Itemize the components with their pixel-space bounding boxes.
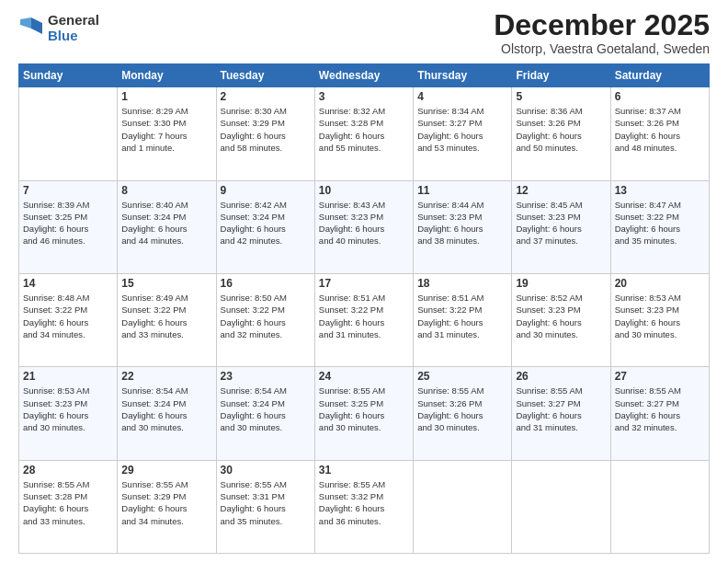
day-number: 5 <box>516 90 606 103</box>
week-row-4: 28Sunrise: 8:55 AMSunset: 3:28 PMDayligh… <box>19 460 710 553</box>
calendar-cell: 28Sunrise: 8:55 AMSunset: 3:28 PMDayligh… <box>19 460 118 553</box>
calendar-cell <box>610 460 709 553</box>
day-number: 17 <box>319 277 409 290</box>
day-number: 2 <box>221 90 311 103</box>
day-of-week-monday: Monday <box>118 64 216 87</box>
day-of-week-thursday: Thursday <box>414 64 512 87</box>
calendar-cell: 20Sunrise: 8:53 AMSunset: 3:23 PMDayligh… <box>610 273 709 366</box>
day-number: 3 <box>319 90 409 103</box>
calendar-cell: 5Sunrise: 8:36 AMSunset: 3:26 PMDaylight… <box>512 87 610 180</box>
day-info: Sunrise: 8:49 AMSunset: 3:22 PMDaylight:… <box>121 292 211 340</box>
calendar-cell: 21Sunrise: 8:53 AMSunset: 3:23 PMDayligh… <box>19 367 118 460</box>
day-info: Sunrise: 8:50 AMSunset: 3:22 PMDaylight:… <box>221 292 311 340</box>
day-number: 24 <box>319 370 409 383</box>
day-number: 10 <box>319 184 409 197</box>
location: Olstorp, Vaestra Goetaland, Sweden <box>494 41 710 56</box>
calendar-cell <box>414 460 512 553</box>
calendar-cell: 22Sunrise: 8:54 AMSunset: 3:24 PMDayligh… <box>118 367 216 460</box>
day-info: Sunrise: 8:43 AMSunset: 3:23 PMDaylight:… <box>319 199 409 247</box>
day-info: Sunrise: 8:55 AMSunset: 3:27 PMDaylight:… <box>615 385 705 433</box>
day-number: 21 <box>23 370 113 383</box>
day-info: Sunrise: 8:55 AMSunset: 3:28 PMDaylight:… <box>23 478 113 527</box>
day-number: 7 <box>23 184 113 197</box>
calendar-cell: 11Sunrise: 8:44 AMSunset: 3:23 PMDayligh… <box>414 180 512 273</box>
title-block: December 2025 Olstorp, Vaestra Goetaland… <box>494 9 710 56</box>
calendar-cell: 4Sunrise: 8:34 AMSunset: 3:27 PMDaylight… <box>414 87 512 180</box>
calendar-cell: 31Sunrise: 8:55 AMSunset: 3:32 PMDayligh… <box>314 460 413 553</box>
calendar-cell: 10Sunrise: 8:43 AMSunset: 3:23 PMDayligh… <box>314 180 413 273</box>
day-info: Sunrise: 8:29 AMSunset: 3:30 PMDaylight:… <box>121 105 211 154</box>
day-info: Sunrise: 8:51 AMSunset: 3:22 PMDaylight:… <box>319 292 409 340</box>
calendar-cell: 16Sunrise: 8:50 AMSunset: 3:22 PMDayligh… <box>216 273 314 366</box>
logo-blue: Blue <box>48 29 99 44</box>
day-of-week-friday: Friday <box>512 64 610 87</box>
calendar-cell: 27Sunrise: 8:55 AMSunset: 3:27 PMDayligh… <box>610 367 709 460</box>
day-info: Sunrise: 8:42 AMSunset: 3:24 PMDaylight:… <box>221 199 311 247</box>
day-number: 30 <box>221 464 311 477</box>
week-row-1: 7Sunrise: 8:39 AMSunset: 3:25 PMDaylight… <box>19 180 710 273</box>
calendar-cell: 2Sunrise: 8:30 AMSunset: 3:29 PMDaylight… <box>216 87 314 180</box>
day-info: Sunrise: 8:55 AMSunset: 3:31 PMDaylight:… <box>221 478 311 527</box>
day-number: 16 <box>221 277 311 290</box>
header: General Blue December 2025 Olstorp, Vaes… <box>18 9 710 56</box>
day-info: Sunrise: 8:54 AMSunset: 3:24 PMDaylight:… <box>121 385 211 433</box>
day-number: 27 <box>615 370 705 383</box>
day-info: Sunrise: 8:55 AMSunset: 3:27 PMDaylight:… <box>516 385 606 433</box>
day-of-week-wednesday: Wednesday <box>314 64 413 87</box>
day-info: Sunrise: 8:48 AMSunset: 3:22 PMDaylight:… <box>23 292 113 340</box>
week-row-3: 21Sunrise: 8:53 AMSunset: 3:23 PMDayligh… <box>19 367 710 460</box>
day-info: Sunrise: 8:47 AMSunset: 3:22 PMDaylight:… <box>615 199 705 247</box>
calendar-cell: 8Sunrise: 8:40 AMSunset: 3:24 PMDaylight… <box>118 180 216 273</box>
calendar-cell: 23Sunrise: 8:54 AMSunset: 3:24 PMDayligh… <box>216 367 314 460</box>
calendar-cell: 15Sunrise: 8:49 AMSunset: 3:22 PMDayligh… <box>118 273 216 366</box>
day-info: Sunrise: 8:55 AMSunset: 3:25 PMDaylight:… <box>319 385 409 433</box>
day-number: 28 <box>23 464 113 477</box>
calendar-cell: 14Sunrise: 8:48 AMSunset: 3:22 PMDayligh… <box>19 273 118 366</box>
day-info: Sunrise: 8:36 AMSunset: 3:26 PMDaylight:… <box>516 105 606 154</box>
logo: General Blue <box>18 13 99 43</box>
day-number: 23 <box>221 370 311 383</box>
calendar-cell: 6Sunrise: 8:37 AMSunset: 3:26 PMDaylight… <box>610 87 709 180</box>
day-number: 22 <box>121 370 211 383</box>
calendar-cell: 3Sunrise: 8:32 AMSunset: 3:28 PMDaylight… <box>314 87 413 180</box>
calendar-cell: 24Sunrise: 8:55 AMSunset: 3:25 PMDayligh… <box>314 367 413 460</box>
day-number: 25 <box>417 370 507 383</box>
day-info: Sunrise: 8:52 AMSunset: 3:23 PMDaylight:… <box>516 292 606 340</box>
day-info: Sunrise: 8:44 AMSunset: 3:23 PMDaylight:… <box>417 199 507 247</box>
day-number: 14 <box>23 277 113 290</box>
day-number: 19 <box>516 277 606 290</box>
logo-text: General Blue <box>48 13 99 43</box>
day-number: 4 <box>417 90 507 103</box>
day-info: Sunrise: 8:55 AMSunset: 3:29 PMDaylight:… <box>121 478 211 527</box>
month-title: December 2025 <box>494 9 710 41</box>
day-number: 18 <box>417 277 507 290</box>
svg-marker-2 <box>20 17 31 29</box>
day-number: 1 <box>121 90 211 103</box>
calendar-cell: 26Sunrise: 8:55 AMSunset: 3:27 PMDayligh… <box>512 367 610 460</box>
calendar-cell: 18Sunrise: 8:51 AMSunset: 3:22 PMDayligh… <box>414 273 512 366</box>
day-of-week-sunday: Sunday <box>19 64 118 87</box>
day-number: 29 <box>121 464 211 477</box>
day-number: 6 <box>615 90 705 103</box>
day-info: Sunrise: 8:39 AMSunset: 3:25 PMDaylight:… <box>23 199 113 247</box>
calendar-cell: 12Sunrise: 8:45 AMSunset: 3:23 PMDayligh… <box>512 180 610 273</box>
day-info: Sunrise: 8:30 AMSunset: 3:29 PMDaylight:… <box>221 105 311 154</box>
day-of-week-saturday: Saturday <box>610 64 709 87</box>
day-info: Sunrise: 8:55 AMSunset: 3:26 PMDaylight:… <box>417 385 507 433</box>
day-info: Sunrise: 8:51 AMSunset: 3:22 PMDaylight:… <box>417 292 507 340</box>
day-of-week-tuesday: Tuesday <box>216 64 314 87</box>
day-info: Sunrise: 8:53 AMSunset: 3:23 PMDaylight:… <box>23 385 113 433</box>
day-info: Sunrise: 8:55 AMSunset: 3:32 PMDaylight:… <box>319 478 409 527</box>
day-info: Sunrise: 8:45 AMSunset: 3:23 PMDaylight:… <box>516 199 606 247</box>
calendar-cell: 25Sunrise: 8:55 AMSunset: 3:26 PMDayligh… <box>414 367 512 460</box>
day-number: 15 <box>121 277 211 290</box>
calendar: SundayMondayTuesdayWednesdayThursdayFrid… <box>18 63 710 554</box>
calendar-cell: 17Sunrise: 8:51 AMSunset: 3:22 PMDayligh… <box>314 273 413 366</box>
calendar-cell: 9Sunrise: 8:42 AMSunset: 3:24 PMDaylight… <box>216 180 314 273</box>
day-info: Sunrise: 8:40 AMSunset: 3:24 PMDaylight:… <box>121 199 211 247</box>
calendar-cell: 13Sunrise: 8:47 AMSunset: 3:22 PMDayligh… <box>610 180 709 273</box>
day-number: 12 <box>516 184 606 197</box>
calendar-cell <box>19 87 118 180</box>
day-number: 20 <box>615 277 705 290</box>
day-info: Sunrise: 8:54 AMSunset: 3:24 PMDaylight:… <box>221 385 311 433</box>
